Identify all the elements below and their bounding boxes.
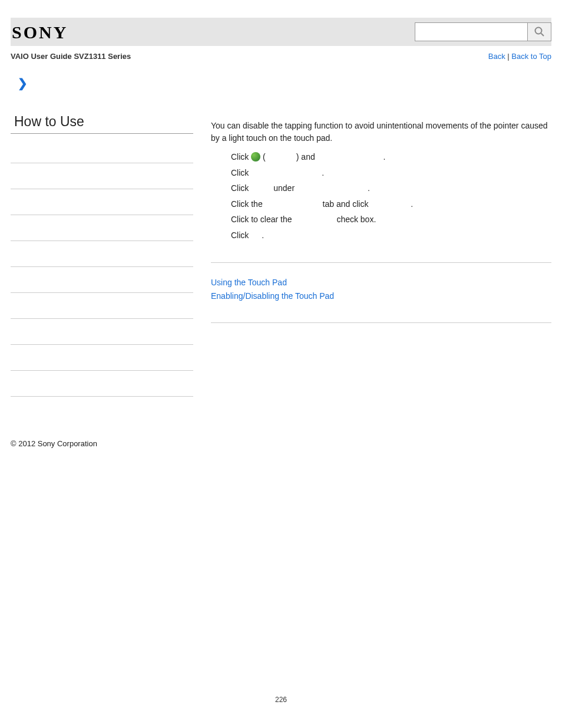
intro-text: You can disable the tapping function to …: [211, 120, 551, 144]
sidebar-item[interactable]: [11, 306, 193, 319]
svg-line-1: [541, 34, 544, 37]
search-button[interactable]: [527, 23, 551, 41]
sidebar: How to Use: [11, 114, 193, 410]
sidebar-item[interactable]: [11, 254, 193, 267]
content: You can disable the tapping function to …: [211, 114, 551, 336]
divider: [211, 322, 551, 323]
sidebar-item[interactable]: [11, 332, 193, 345]
windows-start-icon: [251, 152, 260, 162]
copyright: © 2012 Sony Corporation: [11, 439, 551, 448]
svg-point-0: [535, 28, 541, 34]
step-5: Click to clear the check box.: [231, 212, 551, 228]
related-link-touch-pad[interactable]: Using the Touch Pad: [211, 276, 551, 290]
sidebar-item[interactable]: [11, 150, 193, 163]
sidebar-item[interactable]: [11, 202, 193, 215]
back-to-top-link[interactable]: Back to Top: [511, 52, 551, 61]
step-2: Click .: [231, 165, 551, 181]
back-link[interactable]: Back: [488, 52, 505, 61]
page-number: 226: [11, 696, 551, 704]
top-nav-links: Back | Back to Top: [488, 52, 551, 61]
step-6: Click .: [231, 228, 551, 243]
magnifier-icon: [534, 26, 546, 38]
related-link-enable-disable-touch-pad[interactable]: Enabling/Disabling the Touch Pad: [211, 289, 551, 304]
guide-title: VAIO User Guide SVZ1311 Series: [11, 52, 131, 61]
sidebar-item[interactable]: [11, 280, 193, 293]
separator: |: [505, 52, 512, 61]
related-topics: Using the Touch Pad Enabling/Disabling t…: [211, 276, 551, 304]
chevron-right-icon: ❯: [18, 77, 28, 90]
step-1: Click () and .: [231, 149, 551, 165]
steps-list: Click () and . Click . Click under . Cli…: [231, 149, 551, 243]
divider: [211, 262, 551, 263]
breadcrumb-arrow-row: ❯: [11, 65, 551, 90]
sidebar-item[interactable]: [11, 228, 193, 241]
header-band: SONY: [11, 18, 551, 46]
search-input[interactable]: [415, 23, 527, 41]
step-3: Click under .: [231, 180, 551, 196]
step-4: Click the tab and click .: [231, 196, 551, 212]
top-nav: VAIO User Guide SVZ1311 Series Back | Ba…: [11, 46, 551, 65]
sidebar-title: How to Use: [11, 114, 193, 134]
search-box: [415, 22, 551, 41]
sidebar-item[interactable]: [11, 384, 193, 397]
sidebar-item[interactable]: [11, 358, 193, 371]
sidebar-item[interactable]: [11, 176, 193, 189]
